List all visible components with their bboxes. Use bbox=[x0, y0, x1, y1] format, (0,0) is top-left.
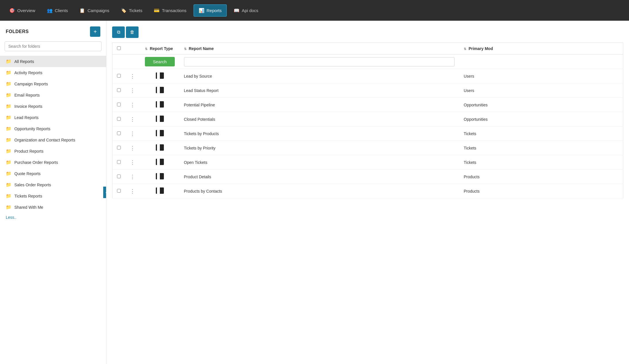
table-header-row: ⇅ Report Type ⇅ Report Name ⇅ Primary Mo… bbox=[112, 43, 623, 55]
header-report-type[interactable]: ⇅ Report Type bbox=[140, 43, 179, 55]
delete-icon: 🗑 bbox=[130, 30, 135, 35]
report-type-icon-1 bbox=[156, 87, 164, 93]
search-type-cell: Search bbox=[140, 55, 179, 69]
delete-button[interactable]: 🗑 bbox=[126, 26, 139, 38]
search-checkbox-cell bbox=[112, 55, 126, 69]
nav-item-overview[interactable]: 🎯Overview bbox=[5, 5, 40, 16]
folder-item-tickets[interactable]: 📁Tickets Reports bbox=[0, 190, 106, 202]
folder-item-all[interactable]: 📁All Reports bbox=[0, 56, 106, 67]
sidebar-collapse-handle[interactable]: ❮ bbox=[103, 187, 106, 198]
folder-label-tickets: Tickets Reports bbox=[14, 194, 42, 198]
folder-icon-purchase-order: 📁 bbox=[6, 160, 11, 165]
row-checkbox-3[interactable] bbox=[117, 117, 121, 121]
row-name-0: Lead by Source bbox=[179, 69, 459, 83]
row-checkbox-cell-5 bbox=[112, 141, 126, 155]
folder-label-purchase-order: Purchase Order Reports bbox=[14, 160, 58, 165]
folder-item-email[interactable]: 📁Email Reports bbox=[0, 89, 106, 101]
row-checkbox-cell-0 bbox=[112, 69, 126, 83]
row-primary-mod-4: Tickets bbox=[459, 127, 623, 141]
nav-label-reports: Reports bbox=[207, 8, 222, 13]
folder-item-purchase-order[interactable]: 📁Purchase Order Reports bbox=[0, 157, 106, 168]
row-checkbox-2[interactable] bbox=[117, 103, 121, 106]
row-name-1: Lead Status Report bbox=[179, 83, 459, 98]
row-checkbox-cell-7 bbox=[112, 170, 126, 184]
row-dots-3[interactable]: ⋮ bbox=[125, 112, 140, 127]
folder-item-invoice[interactable]: 📁Invoice Reports bbox=[0, 101, 106, 112]
folder-icon-org-contact: 📁 bbox=[6, 137, 11, 143]
folder-item-shared[interactable]: 📁Shared With Me bbox=[0, 202, 106, 213]
report-type-icon-7 bbox=[156, 173, 164, 179]
dots-icon-8: ⋮ bbox=[130, 188, 136, 194]
row-dots-0[interactable]: ⋮ bbox=[125, 69, 140, 83]
table-row: ⋮ Lead by Source Users bbox=[112, 69, 623, 83]
table-row: ⋮ Product Details Products bbox=[112, 170, 623, 184]
row-type-3 bbox=[140, 112, 179, 127]
nav-item-reports[interactable]: 📊Reports bbox=[193, 4, 227, 17]
row-dots-6[interactable]: ⋮ bbox=[125, 155, 140, 170]
search-name-input[interactable] bbox=[184, 57, 455, 66]
folder-icon-all: 📁 bbox=[6, 59, 11, 64]
report-type-icon-3 bbox=[156, 116, 164, 122]
folder-icon-shared: 📁 bbox=[6, 204, 11, 210]
folder-label-sales-order: Sales Order Reports bbox=[14, 183, 51, 187]
row-dots-1[interactable]: ⋮ bbox=[125, 83, 140, 98]
row-dots-5[interactable]: ⋮ bbox=[125, 141, 140, 155]
header-mod-label: Primary Mod bbox=[469, 46, 493, 51]
row-dots-7[interactable]: ⋮ bbox=[125, 170, 140, 184]
header-checkbox-cell bbox=[112, 43, 126, 55]
folder-icon-opportunity: 📁 bbox=[6, 126, 11, 131]
folder-icon-invoice: 📁 bbox=[6, 104, 11, 109]
folder-item-opportunity[interactable]: 📁Opportunity Reports bbox=[0, 123, 106, 134]
toolbar: ⧉ 🗑 bbox=[112, 26, 623, 38]
row-checkbox-6[interactable] bbox=[117, 160, 121, 164]
header-primary-mod[interactable]: ⇅ Primary Mod bbox=[459, 43, 623, 55]
dots-icon-7: ⋮ bbox=[130, 174, 136, 180]
row-checkbox-8[interactable] bbox=[117, 189, 121, 193]
nav-label-overview: Overview bbox=[17, 8, 35, 13]
row-checkbox-1[interactable] bbox=[117, 88, 121, 92]
nav-item-campaigns[interactable]: 📋Campaigns bbox=[75, 5, 114, 16]
row-dots-8[interactable]: ⋮ bbox=[125, 184, 140, 198]
search-name-cell bbox=[179, 55, 459, 69]
nav-item-transactions[interactable]: 💳Transactions bbox=[149, 5, 191, 16]
copy-button[interactable]: ⧉ bbox=[112, 26, 125, 38]
nav-item-api-docs[interactable]: 📖Api docs bbox=[229, 5, 263, 16]
row-dots-2[interactable]: ⋮ bbox=[125, 98, 140, 112]
campaigns-icon: 📋 bbox=[79, 8, 85, 13]
folder-item-lead[interactable]: 📁Lead Reports bbox=[0, 112, 106, 123]
less-link[interactable]: Less.. bbox=[0, 213, 106, 222]
report-type-icon-5 bbox=[156, 144, 164, 151]
nav-label-clients: Clients bbox=[55, 8, 68, 13]
row-checkbox-cell-8 bbox=[112, 184, 126, 198]
folder-item-activity[interactable]: 📁Activity Reports bbox=[0, 67, 106, 78]
folder-item-product[interactable]: 📁Product Reports bbox=[0, 145, 106, 157]
select-all-checkbox[interactable] bbox=[117, 46, 121, 50]
row-checkbox-7[interactable] bbox=[117, 175, 121, 178]
folder-label-invoice: Invoice Reports bbox=[14, 104, 42, 109]
folder-item-org-contact[interactable]: 📁Organization and Contact Reports bbox=[0, 134, 106, 145]
row-name-5: Tickets by Priority bbox=[179, 141, 459, 155]
nav-item-tickets[interactable]: 🏷️Tickets bbox=[116, 5, 147, 16]
header-report-name[interactable]: ⇅ Report Name bbox=[179, 43, 459, 55]
folder-item-quote[interactable]: 📁Quote Reports bbox=[0, 168, 106, 179]
row-checkbox-4[interactable] bbox=[117, 131, 121, 135]
row-name-7: Product Details bbox=[179, 170, 459, 184]
search-folders-input[interactable] bbox=[5, 41, 101, 51]
report-type-icon-0 bbox=[156, 72, 164, 79]
dots-icon-0: ⋮ bbox=[130, 73, 136, 79]
search-button[interactable]: Search bbox=[145, 57, 175, 66]
folder-item-sales-order[interactable]: 📁Sales Order Reports bbox=[0, 179, 106, 190]
row-checkbox-0[interactable] bbox=[117, 74, 121, 78]
row-name-8: Products by Contacts bbox=[179, 184, 459, 198]
folder-item-campaign[interactable]: 📁Campaign Reports bbox=[0, 78, 106, 89]
row-name-2: Potential Pipeline bbox=[179, 98, 459, 112]
row-checkbox-5[interactable] bbox=[117, 146, 121, 150]
table-row: ⋮ Lead Status Report Users bbox=[112, 83, 623, 98]
nav-item-clients[interactable]: 👥Clients bbox=[42, 5, 73, 16]
row-type-8 bbox=[140, 184, 179, 198]
row-checkbox-cell-2 bbox=[112, 98, 126, 112]
folder-icon-quote: 📁 bbox=[6, 171, 11, 176]
nav-label-campaigns: Campaigns bbox=[87, 8, 109, 13]
row-dots-4[interactable]: ⋮ bbox=[125, 127, 140, 141]
add-folder-button[interactable]: + bbox=[90, 26, 100, 37]
